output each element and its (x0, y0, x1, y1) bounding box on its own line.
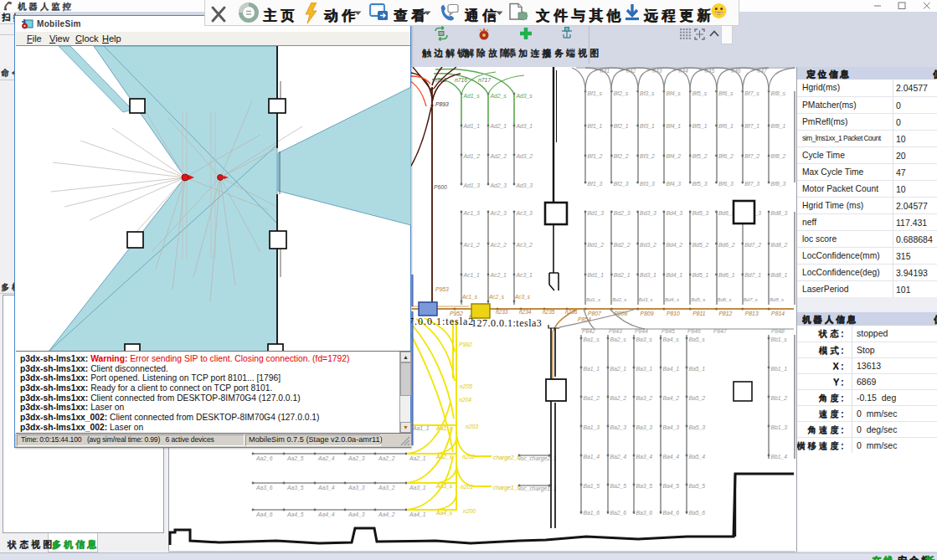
svg-text:n202: n202 (462, 454, 475, 460)
svg-text:Bf4_3: Bf4_3 (666, 181, 681, 187)
svg-text:n201: n201 (461, 484, 473, 490)
svg-text:Aa2_s: Aa2_s (435, 454, 453, 460)
svg-text:Ba5_5: Ba5_5 (689, 483, 706, 489)
svg-text:Ba2_1: Ba2_1 (610, 366, 627, 372)
svg-text:charge2_s: charge2_s (493, 455, 520, 461)
svg-text:Ba4_1: Ba4_1 (663, 366, 680, 372)
svg-text:Bd4_1: Bd4_1 (666, 272, 682, 278)
svg-text:Ac3_2: Ac3_2 (516, 242, 533, 248)
svg-text:P846: P846 (687, 328, 701, 334)
svg-text:Ad1_s: Ad1_s (463, 93, 481, 99)
svg-text:Bd3_1: Bd3_1 (640, 272, 656, 278)
svg-text:Ad3_2: Ad3_2 (516, 153, 533, 159)
svg-text:Ba1_5: Ba1_5 (584, 483, 600, 489)
svg-text:P992: P992 (459, 342, 472, 347)
svg-text:P809: P809 (641, 311, 654, 316)
svg-text:Bf7_s: Bf7_s (744, 90, 759, 96)
svg-text:Ac1_3: Ac1_3 (463, 210, 480, 216)
svg-text:P810: P810 (667, 311, 680, 316)
svg-text:n204: n204 (459, 397, 471, 403)
svg-text:Bf8_2: Bf8_2 (771, 153, 786, 159)
svg-text:Ba3_s: Ba3_s (636, 337, 653, 342)
svg-text:Bb1_4: Bb1_4 (771, 454, 788, 460)
svg-text:Bf2_3: Bf2_3 (614, 181, 629, 187)
svg-text:Bf6_3: Bf6_3 (718, 181, 734, 187)
svg-text:n713: n713 (434, 77, 446, 83)
svg-text:P848: P848 (771, 328, 785, 334)
svg-text:Ba4_3: Ba4_3 (663, 424, 680, 430)
svg-text:Ac3_1: Ac3_1 (516, 272, 533, 278)
svg-text:Bf7_1: Bf7_1 (744, 123, 759, 129)
svg-text:Ba2_s: Ba2_s (610, 337, 627, 342)
svg-text:Ba3_2: Ba3_2 (636, 395, 653, 401)
svg-text:Ba5_4: Ba5_4 (689, 454, 706, 460)
svg-text:Bd4_3: Bd4_3 (666, 210, 682, 216)
svg-text:Bf2_s: Bf2_s (614, 90, 629, 96)
svg-text:Bd7_1: Bd7_1 (744, 272, 761, 278)
svg-text:n46: n46 (731, 68, 741, 74)
svg-text:Bd6_2: Bd6_2 (718, 242, 735, 248)
svg-text:Ba4_4: Ba4_4 (663, 454, 680, 460)
svg-text:Aa4_2: Aa4_2 (378, 511, 395, 517)
svg-text:Bd1_s: Bd1_s (586, 297, 600, 302)
svg-text:Bd5_3: Bd5_3 (692, 210, 709, 216)
svg-text:n233: n233 (496, 309, 508, 315)
svg-text:Ac2_3: Ac2_3 (490, 210, 507, 216)
svg-text:P843: P843 (609, 328, 622, 334)
svg-text:Ba4_s: Ba4_s (663, 337, 680, 342)
svg-text:Aa1_1: Aa1_1 (412, 425, 430, 431)
svg-text:Aa2_5: Aa2_5 (286, 455, 304, 461)
svg-text:Ba3_1: Ba3_1 (636, 366, 653, 372)
svg-text:n205: n205 (460, 383, 472, 389)
svg-text:Ba1_1: Ba1_1 (584, 366, 600, 372)
svg-text:Aa3_3: Aa3_3 (348, 485, 365, 491)
svg-text:Ac3_s: Ac3_s (514, 294, 531, 300)
svg-text:n47: n47 (757, 68, 767, 74)
svg-text:n235: n235 (543, 309, 555, 315)
svg-text:Bd3_3: Bd3_3 (640, 210, 656, 216)
svg-text:P812: P812 (719, 311, 733, 316)
svg-text:Ba4_6: Ba4_6 (663, 510, 680, 516)
svg-text:Ad3_1: Ad3_1 (516, 123, 533, 129)
svg-text:n42: n42 (626, 68, 636, 74)
svg-text:Aa4_1: Aa4_1 (409, 511, 426, 517)
svg-text:Bf7_2: Bf7_2 (744, 153, 759, 159)
svg-text:Bd3_2: Bd3_2 (640, 242, 656, 248)
svg-text:Aa2_2: Aa2_2 (378, 455, 395, 461)
svg-text:Bf7_3: Bf7_3 (744, 181, 759, 187)
svg-text:Bd6_1: Bd6_1 (718, 272, 735, 278)
svg-text:Ad2_3: Ad2_3 (490, 182, 507, 188)
svg-text:Bb1_1: Bb1_1 (771, 366, 788, 372)
svg-text:Ba4_2: Ba4_2 (663, 395, 680, 401)
svg-text:Bd7_2: Bd7_2 (744, 242, 761, 248)
svg-text:Bf1_2: Bf1_2 (588, 153, 603, 159)
svg-text:Ad1_1: Ad1_1 (463, 123, 481, 129)
svg-text:P600: P600 (434, 184, 447, 190)
svg-text:Ba3_6: Ba3_6 (636, 510, 653, 516)
svg-text:n200: n200 (463, 508, 476, 514)
svg-text:7.0.0.1:tesla2: 7.0.0.1:tesla2 (409, 316, 474, 327)
svg-text:Aa2_6: Aa2_6 (255, 455, 273, 461)
svg-text:Ad2_2: Ad2_2 (490, 153, 507, 159)
svg-text:Ba5_3: Ba5_3 (689, 424, 706, 430)
svg-text:Ad2_1: Ad2_1 (490, 123, 507, 129)
svg-text:Bd5_1: Bd5_1 (692, 272, 709, 278)
svg-text:Ac1_2: Ac1_2 (463, 242, 480, 248)
svg-text:Ba4_5: Ba4_5 (663, 483, 680, 489)
svg-text:Bf2_2: Bf2_2 (614, 153, 629, 159)
svg-text:Ba1_s: Ba1_s (584, 337, 600, 342)
svg-text:Aa2_3: Aa2_3 (348, 455, 365, 461)
svg-text:Ac2_s: Ac2_s (488, 294, 505, 300)
svg-text:Bf5_s: Bf5_s (692, 90, 708, 96)
svg-text:charge1_s: charge1_s (493, 485, 520, 491)
svg-text:P953: P953 (435, 286, 449, 292)
svg-text:Ad3_3: Ad3_3 (516, 182, 533, 188)
svg-text:Aa4_4: Aa4_4 (317, 511, 335, 517)
svg-text:Bd8_2: Bd8_2 (771, 242, 788, 248)
svg-text:Bd7_s: Bd7_s (744, 297, 758, 302)
svg-text:Aa4_5: Aa4_5 (286, 511, 304, 517)
svg-text:n45: n45 (705, 68, 715, 74)
svg-text:Bd3_s: Bd3_s (639, 297, 653, 302)
svg-text:Aa3_1: Aa3_1 (409, 485, 426, 491)
svg-text:Aa4_6: Aa4_6 (255, 511, 273, 517)
